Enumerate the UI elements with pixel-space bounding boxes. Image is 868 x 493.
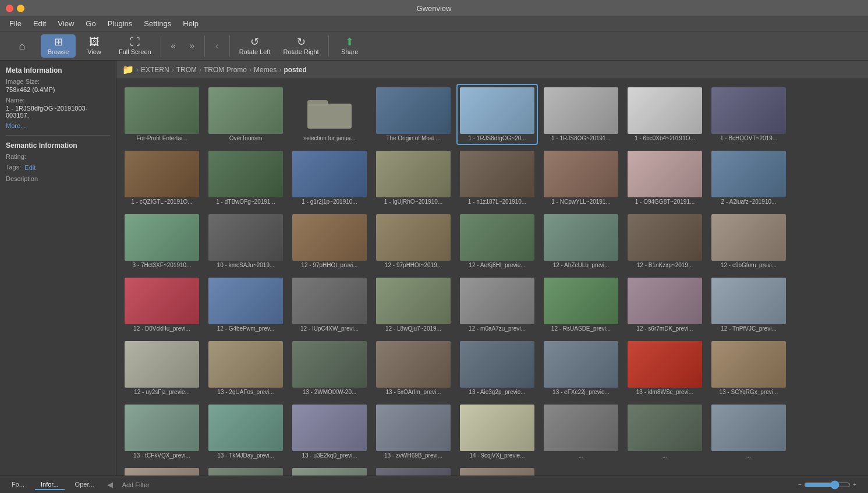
thumbnail-item[interactable]: ...	[540, 401, 622, 462]
rotate-left-button[interactable]: ↺ Rotate Left	[233, 34, 277, 58]
thumbnail-item[interactable]: selection for janua...	[289, 84, 370, 145]
thumbnail-image	[628, 151, 702, 197]
zoom-slider[interactable]	[804, 480, 851, 490]
thumbnail-item[interactable]: The Origin of Most ...	[373, 84, 454, 145]
thumbnail-item[interactable]: 1 - IgUjRhO~201910...	[373, 147, 454, 208]
add-filter-button[interactable]: Add Filter	[122, 481, 150, 488]
tags-edit-link[interactable]: Edit	[24, 164, 36, 171]
more-link[interactable]: More...	[6, 122, 110, 129]
thumbnail-item[interactable]: ...	[121, 464, 203, 476]
menu-item-plugins[interactable]: Plugins	[103, 18, 137, 29]
thumbnail-image	[711, 405, 786, 451]
thumbnail-item[interactable]: 13 - TkMJDay_previ...	[205, 401, 286, 462]
thumbnail-item[interactable]: 14 - 9cqjVXj_previe...	[456, 401, 538, 462]
sep2	[204, 36, 205, 56]
thumbnail-item[interactable]: 1 - NCpwYLL~20191...	[540, 147, 622, 208]
thumbnail-item[interactable]: 1 - n1z187L~201910...	[456, 147, 538, 208]
thumbnail-item[interactable]: 12 - D0VckHu_previ...	[121, 274, 203, 335]
thumbnail-item[interactable]: 12 - AhZcULb_previ...	[540, 211, 622, 272]
thumbnail-item[interactable]: 1 - 1RJS8dfgOG~20...	[456, 84, 538, 145]
thumbnail-item[interactable]: ...	[205, 464, 286, 476]
thumbnail-item[interactable]: 13 - zvWH69B_previ...	[373, 401, 454, 462]
thumbnail-item[interactable]: ...	[456, 464, 538, 476]
thumbnail-item[interactable]: 12 - uy2sFjz_previe...	[121, 338, 203, 399]
thumbnail-item[interactable]: 12 - RsUASDE_previ...	[540, 274, 622, 335]
thumbnail-item[interactable]: 1 - O94GG8T~20191...	[624, 147, 706, 208]
browse-button[interactable]: ⊞ Browse	[41, 34, 76, 58]
thumbnail-item[interactable]: 1 - dTBwOFg~20191...	[205, 147, 286, 208]
thumbnail-item[interactable]: 13 - idm8WSc_previ...	[624, 338, 706, 399]
thumbnail-item[interactable]: 13 - Aie3g2p_previe...	[456, 338, 538, 399]
nav-fwd-button[interactable]: »	[183, 36, 201, 56]
thumbnail-item[interactable]: 12 - G4beFwm_prev...	[205, 274, 286, 335]
thumbnail-item[interactable]: 12 - c9bGfom_previ...	[708, 211, 789, 272]
status-tab-fo[interactable]: Fo...	[6, 480, 30, 490]
thumbnail-item[interactable]: 1 - 1RJS8OG~20191...	[540, 84, 622, 145]
thumbnail-item[interactable]: 1 - BcHQOVT~2019...	[708, 84, 789, 145]
thumbnail-label: 13 - 2WMOtXW-20...	[303, 389, 357, 395]
status-tab-oper[interactable]: Oper...	[69, 480, 100, 490]
thumbnail-item[interactable]: 13 - 2WMOtXW-20...	[289, 338, 370, 399]
thumbnail-item[interactable]: 13 - tCFkVQX_previ...	[121, 401, 203, 462]
status-tab-infor[interactable]: Infor...	[35, 480, 65, 490]
thumbnail-item[interactable]: 1 - 6bc0Xb4~20191O...	[624, 84, 706, 145]
menu-item-edit[interactable]: Edit	[29, 18, 51, 29]
menu-item-view[interactable]: View	[53, 18, 79, 29]
breadcrumb-memes[interactable]: Memes	[254, 66, 277, 74]
thumbnail-label: 13 - 5xOArIm_previ...	[385, 389, 441, 395]
fullscreen-button[interactable]: ⛶ Full Screen	[113, 34, 157, 58]
thumbnail-item[interactable]: 12 - B1nKzxp~2019...	[624, 211, 706, 272]
thumbnail-item[interactable]: 12 - s6r7mDK_previ...	[624, 274, 706, 335]
view-button[interactable]: 🖼 View	[77, 34, 112, 58]
menu-item-go[interactable]: Go	[81, 18, 100, 29]
breadcrumb-extern[interactable]: EXTERN	[141, 66, 169, 74]
thumbnail-item[interactable]: OverTourism	[205, 84, 286, 145]
breadcrumb-trom[interactable]: TROM	[176, 66, 197, 74]
rotate-right-button[interactable]: ↻ Rotate Right	[277, 34, 324, 58]
thumbnail-item[interactable]: 13 - SCYqRGx_previ...	[708, 338, 789, 399]
thumbnail-item[interactable]: 2 - A2iuafz~201910...	[708, 147, 789, 208]
tags-label: Tags:	[6, 164, 21, 171]
thumbnail-image	[544, 87, 618, 134]
thumbnail-item[interactable]: 12 - AeKj8HI_previe...	[456, 211, 538, 272]
name-value: 1 - 1RJS8dfgOG~20191003-003157.	[6, 105, 110, 119]
thumbnail-item[interactable]: 12 - TnPfVJC_previ...	[708, 274, 789, 335]
thumbnail-item[interactable]: 12 - m0aA7zu_previ...	[456, 274, 538, 335]
thumbnail-image	[460, 151, 534, 197]
nav-prev-status[interactable]: ◀	[107, 480, 113, 489]
nav-prev-button[interactable]: ‹	[208, 36, 226, 56]
thumbnail-label: OverTourism	[229, 135, 263, 141]
thumbnail-item[interactable]: 1 - cQZIGTL~20191O...	[121, 147, 203, 208]
thumbnail-item[interactable]: 3 - 7Hct3XF~201910...	[121, 211, 203, 272]
thumbnail-image	[292, 468, 367, 476]
thumbnail-item[interactable]: 12 - 97pHHOt~2019...	[373, 211, 454, 272]
browse-icon: ⊞	[54, 37, 63, 47]
thumbnail-item[interactable]: 13 - 2gUAFos_previ...	[205, 338, 286, 399]
thumbnail-item[interactable]: 12 - L8wQju7~2019...	[373, 274, 454, 335]
breadcrumb-trom-promo[interactable]: TROM Promo	[204, 66, 247, 74]
sep4	[328, 36, 329, 56]
close-button[interactable]	[6, 5, 13, 12]
thumbnail-item[interactable]: 13 - 5xOArIm_previ...	[373, 338, 454, 399]
thumbnail-label: 1 - 1RJS8dfgOG~20...	[468, 135, 526, 141]
menu-item-settings[interactable]: Settings	[139, 18, 176, 29]
home-button[interactable]: ⌂	[5, 38, 40, 54]
share-button[interactable]: ⬆ Share	[332, 34, 367, 58]
nav-back-button[interactable]: «	[165, 36, 182, 56]
thumbnail-item[interactable]: 12 - IUpC4XW_previ...	[289, 274, 370, 335]
menu-item-file[interactable]: File	[5, 18, 26, 29]
minimize-button[interactable]	[17, 5, 24, 12]
thumbnail-image	[376, 151, 451, 197]
thumbnail-item[interactable]: For-Profit Entertai...	[121, 84, 203, 145]
menu-item-help[interactable]: Help	[178, 18, 203, 29]
thumbnail-item[interactable]: ...	[373, 464, 454, 476]
thumbnail-item[interactable]: 12 - 97pHHOt_previ...	[289, 211, 370, 272]
thumbnail-item[interactable]: 1 - g1r2j1p~201910...	[289, 147, 370, 208]
window-controls[interactable]	[6, 5, 24, 12]
thumbnail-item[interactable]: ...	[708, 401, 789, 462]
thumbnail-item[interactable]: 10 - kmcSAJu~2019...	[205, 211, 286, 272]
thumbnail-item[interactable]: ...	[289, 464, 370, 476]
thumbnail-item[interactable]: 13 - u3E2kq0_previ...	[289, 401, 370, 462]
thumbnail-item[interactable]: ...	[624, 401, 706, 462]
thumbnail-item[interactable]: 13 - eFXc22j_previe...	[540, 338, 622, 399]
